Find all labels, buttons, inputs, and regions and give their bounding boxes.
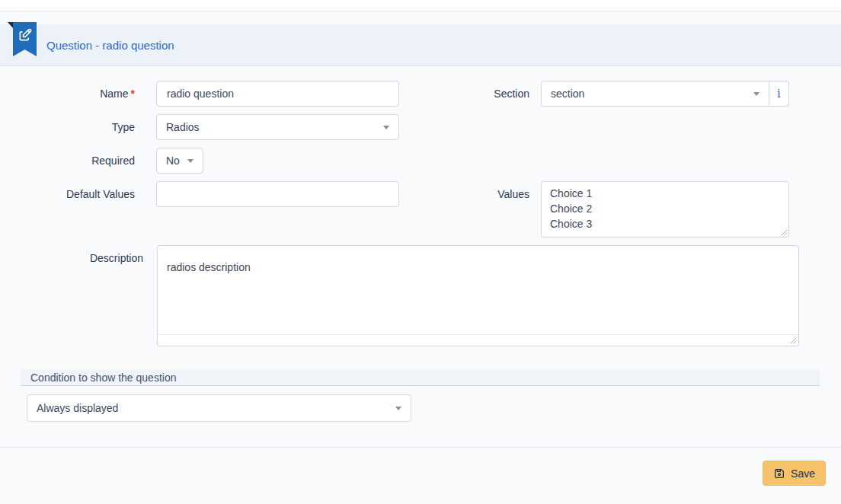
condition-header-label: Condition to show the question xyxy=(30,372,176,384)
section-select[interactable]: section xyxy=(541,81,769,107)
description-label: Description xyxy=(0,245,157,271)
name-label: Name* xyxy=(0,81,156,107)
type-select-value: Radios xyxy=(166,121,377,133)
edit-pencil-icon xyxy=(18,27,33,43)
chevron-down-icon xyxy=(187,159,193,163)
ribbon-fold-decoration xyxy=(8,22,14,29)
description-editor-statusbar xyxy=(158,334,798,346)
page-title: Question - radio question xyxy=(46,39,174,52)
name-input[interactable] xyxy=(156,81,399,107)
condition-select-value: Always displayed xyxy=(37,402,389,414)
row-description: Description radios description xyxy=(0,245,841,346)
question-form: Name* Section section i Type Radios Requ… xyxy=(0,66,841,486)
values-textarea[interactable]: Choice 1 Choice 2 Choice 3 xyxy=(541,181,789,238)
row-type: Type Radios xyxy=(0,114,841,140)
required-label: Required xyxy=(0,148,156,174)
chevron-down-icon xyxy=(395,407,401,410)
floppy-disk-icon xyxy=(773,467,785,480)
condition-section-header: Condition to show the question xyxy=(21,369,820,386)
top-tab-strip xyxy=(0,0,841,11)
type-label: Type xyxy=(0,114,156,140)
values-label: Values xyxy=(399,181,541,207)
row-name-section: Name* Section section i xyxy=(0,81,841,107)
description-editor: radios description xyxy=(157,245,799,346)
section-info-button[interactable]: i xyxy=(769,81,789,107)
default-values-label: Default Values xyxy=(0,181,156,207)
type-select[interactable]: Radios xyxy=(156,114,399,140)
page-header: Question - radio question xyxy=(0,24,841,66)
resize-grip-icon[interactable] xyxy=(790,337,797,344)
row-defaults-values: Default Values Values Choice 1 Choice 2 … xyxy=(0,181,841,238)
description-editor-content[interactable]: radios description xyxy=(158,246,798,334)
required-select-value: No xyxy=(166,155,181,167)
save-button-label: Save xyxy=(791,467,815,480)
row-required: Required No xyxy=(0,148,841,174)
info-icon: i xyxy=(777,87,781,100)
chevron-down-icon xyxy=(383,126,389,129)
default-values-input[interactable] xyxy=(156,181,399,207)
save-button[interactable]: Save xyxy=(763,461,826,486)
required-select[interactable]: No xyxy=(156,148,203,174)
chevron-down-icon xyxy=(753,92,759,96)
condition-select[interactable]: Always displayed xyxy=(27,394,411,422)
form-footer: Save xyxy=(0,448,841,486)
condition-section: Condition to show the question Always di… xyxy=(0,369,841,422)
section-label: Section xyxy=(399,81,541,107)
section-select-value: section xyxy=(551,88,747,100)
edit-ribbon-icon xyxy=(13,22,37,56)
required-asterisk: * xyxy=(131,88,135,100)
